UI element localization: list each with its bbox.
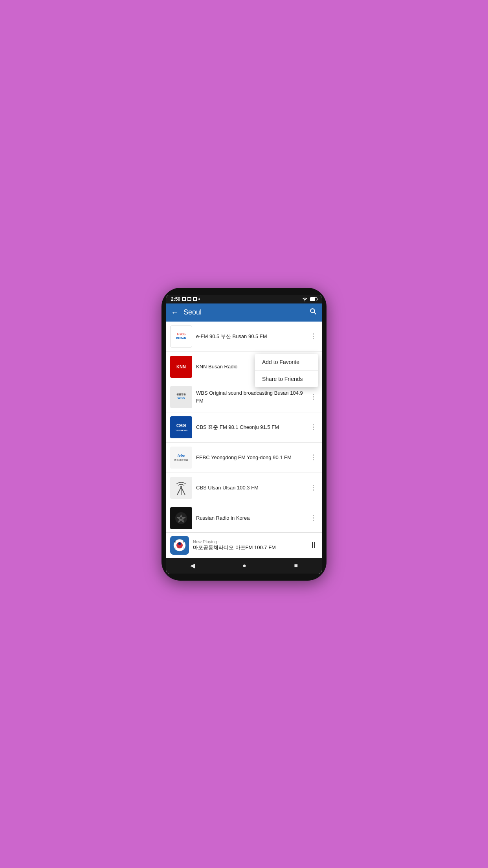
station-logo: e·905 BUSAN xyxy=(170,326,192,348)
pause-button[interactable]: ⏸ xyxy=(309,540,318,550)
svg-line-5 xyxy=(181,487,185,495)
list-item[interactable]: e·905 BUSAN e-FM 90.5 부산 Busan 90.5 FM A… xyxy=(166,322,322,352)
phone-frame: 2:50 xyxy=(161,288,327,581)
station-name: e-FM 90.5 부산 Busan 90.5 FM xyxy=(196,333,267,339)
station-name: WBS Original sound broadcasting Busan 10… xyxy=(196,390,303,403)
dot xyxy=(313,429,314,430)
station-logo: KNN xyxy=(170,356,192,378)
list-item[interactable]: CBIS CBS NEWS CBS 표준 FM 98.1 Cheonju 91.… xyxy=(166,412,322,443)
dot xyxy=(313,399,314,400)
korea-flag-icon: ☰ ☰ ☰ ☰ xyxy=(173,539,186,552)
svg-point-9 xyxy=(180,517,183,520)
status-time: 2:50 xyxy=(171,296,200,302)
svg-point-6 xyxy=(180,486,182,487)
dot xyxy=(313,333,314,335)
list-item[interactable]: CBS Ulsan Ulsan 100.3 FM xyxy=(166,473,322,503)
signal-icon-1 xyxy=(182,297,186,301)
station-name: CBS 표준 FM 98.1 Cheonju 91.5 FM xyxy=(196,424,279,430)
battery-icon xyxy=(310,297,317,301)
station-logo: febc 영동극동방송 xyxy=(170,447,192,469)
back-button[interactable]: ← xyxy=(171,308,179,317)
more-options-button[interactable] xyxy=(308,483,318,493)
station-logo xyxy=(170,507,192,529)
dot xyxy=(313,457,314,458)
now-playing-label: Now Playing : xyxy=(193,539,309,544)
station-info: WBS Original sound broadcasting Busan 10… xyxy=(196,389,308,404)
phone-screen: 2:50 xyxy=(166,295,322,574)
dot xyxy=(313,489,314,491)
svg-point-0 xyxy=(305,300,305,301)
dot xyxy=(313,454,314,456)
station-info: CBS Ulsan Ulsan 100.3 FM xyxy=(196,484,308,491)
russia-radio-logo xyxy=(174,511,189,526)
more-options-button[interactable] xyxy=(308,423,318,432)
page-title: Seoul xyxy=(183,308,309,316)
dot-indicator xyxy=(198,298,200,300)
station-logo xyxy=(170,477,192,499)
station-logo: CBIS CBS NEWS xyxy=(170,416,192,438)
dot xyxy=(313,338,314,339)
more-options-button[interactable] xyxy=(308,392,318,402)
home-nav-button[interactable]: ● xyxy=(242,562,246,569)
station-info: Russian Radio in Korea xyxy=(196,514,308,522)
dot xyxy=(313,336,314,337)
wifi-icon xyxy=(302,297,308,302)
recent-nav-button[interactable]: ■ xyxy=(294,562,298,569)
status-indicators xyxy=(302,297,317,302)
add-to-favorite-button[interactable]: Add to Favorite xyxy=(255,354,318,371)
time-display: 2:50 xyxy=(171,296,180,302)
station-info: CBS 표준 FM 98.1 Cheonju 91.5 FM xyxy=(196,423,308,431)
dot xyxy=(313,427,314,428)
radio-list: e·905 BUSAN e-FM 90.5 부산 Busan 90.5 FM A… xyxy=(166,322,322,532)
context-menu: Add to Favorite Share to Friends xyxy=(255,354,318,387)
station-name: FEBC Yeongdong FM Yong-dong 90.1 FM xyxy=(196,454,292,460)
status-bar: 2:50 xyxy=(166,295,322,303)
svg-line-2 xyxy=(314,312,316,314)
dot xyxy=(313,459,314,460)
more-options-button[interactable] xyxy=(308,453,318,462)
more-options-button[interactable] xyxy=(308,513,318,523)
now-playing-info: Now Playing : 마포공동체라디오 마포FM 100.7 FM xyxy=(193,539,309,551)
station-info: e-FM 90.5 부산 Busan 90.5 FM xyxy=(196,333,308,340)
now-playing-bar: ☰ ☰ ☰ ☰ Now Playing : 마포공동체라디오 마포FM 100.… xyxy=(166,532,322,558)
station-name: CBS Ulsan Ulsan 100.3 FM xyxy=(196,485,259,491)
station-name: Russian Radio in Korea xyxy=(196,515,250,521)
list-item[interactable]: Russian Radio in Korea xyxy=(166,503,322,532)
antenna-icon xyxy=(174,480,188,496)
now-playing-logo: ☰ ☰ ☰ ☰ xyxy=(170,536,189,555)
list-item[interactable]: febc 영동극동방송 FEBC Yeongdong FM Yong-dong … xyxy=(166,443,322,473)
station-name: KNN Busan Radio xyxy=(196,364,238,370)
dot xyxy=(313,517,314,519)
search-button[interactable] xyxy=(309,307,317,317)
dot xyxy=(313,394,314,395)
nav-bar: ◀ ● ■ xyxy=(166,558,322,574)
app-bar: ← Seoul xyxy=(166,303,322,322)
svg-line-4 xyxy=(177,487,181,495)
dot xyxy=(313,424,314,425)
dot xyxy=(313,515,314,516)
signal-icon-3 xyxy=(193,297,197,301)
dot xyxy=(313,520,314,521)
back-nav-button[interactable]: ◀ xyxy=(190,562,195,569)
station-logo: 원음방송 WBS xyxy=(170,386,192,408)
more-options-button[interactable] xyxy=(308,332,318,341)
dot xyxy=(313,487,314,488)
dot xyxy=(313,485,314,486)
now-playing-title: 마포공동체라디오 마포FM 100.7 FM xyxy=(193,544,309,551)
signal-icon-2 xyxy=(187,297,191,301)
share-to-friends-button[interactable]: Share to Friends xyxy=(255,371,318,387)
dot xyxy=(313,396,314,397)
station-info: FEBC Yeongdong FM Yong-dong 90.1 FM xyxy=(196,454,308,461)
